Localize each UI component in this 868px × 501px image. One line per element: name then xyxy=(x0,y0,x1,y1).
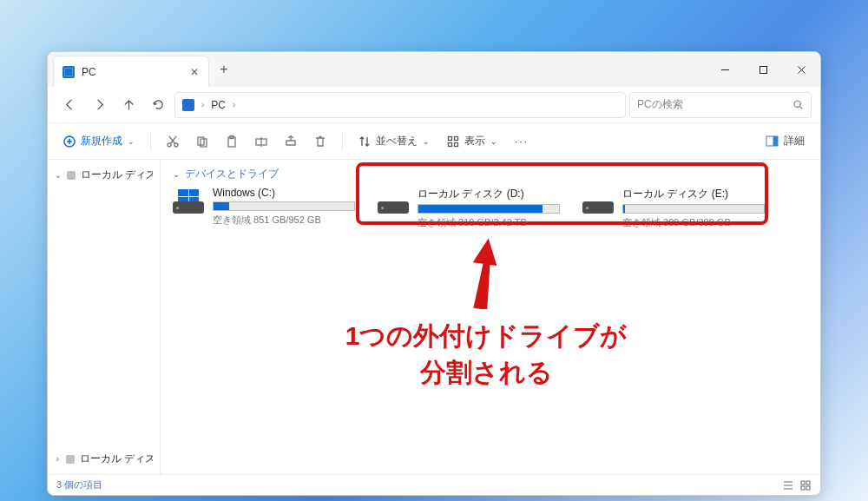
pc-icon xyxy=(182,99,194,111)
copy-button[interactable] xyxy=(189,129,215,155)
details-view-button[interactable] xyxy=(782,479,794,491)
usage-bar xyxy=(622,204,765,214)
more-button[interactable]: ··· xyxy=(508,132,536,151)
svg-rect-11 xyxy=(455,136,458,140)
sidebar-item-drive-c[interactable]: ⌄ ローカル ディスク (C:) xyxy=(51,165,156,185)
svg-rect-16 xyxy=(801,481,805,485)
svg-point-1 xyxy=(794,101,800,107)
drive-item-c[interactable]: Windows (C:) 空き領域 851 GB/952 GB xyxy=(173,187,355,229)
new-button[interactable]: 新規作成 ⌄ xyxy=(56,130,141,152)
close-button[interactable] xyxy=(782,52,820,87)
new-tab-button[interactable]: + xyxy=(209,52,239,87)
refresh-button[interactable] xyxy=(145,92,171,118)
rename-button[interactable] xyxy=(248,129,274,155)
minimize-button[interactable] xyxy=(706,52,744,87)
search-icon xyxy=(792,99,804,110)
window-controls xyxy=(706,52,820,87)
annotation-text: 1つの外付けドライブが 分割される xyxy=(295,318,677,391)
usage-bar xyxy=(418,204,560,214)
sidebar-item-drive-e[interactable]: › ローカル ディスク (E:) xyxy=(51,449,156,469)
svg-point-3 xyxy=(168,143,171,147)
drive-icon xyxy=(67,171,76,180)
breadcrumb-item[interactable]: PC xyxy=(211,99,226,111)
chevron-down-icon: ⌄ xyxy=(490,137,497,146)
statusbar: 3 個の項目 xyxy=(48,474,820,495)
svg-rect-0 xyxy=(760,66,766,73)
caret-down-icon: ⌄ xyxy=(173,169,180,179)
sort-button[interactable]: 並べ替え ⌄ xyxy=(352,130,437,152)
search-input[interactable]: PCの検索 xyxy=(629,92,812,118)
svg-rect-13 xyxy=(455,142,458,146)
navbar: › PC › PCの検索 xyxy=(48,87,820,123)
up-button[interactable] xyxy=(115,92,141,118)
icons-view-button[interactable] xyxy=(799,479,812,491)
details-pane-button[interactable]: 詳細 xyxy=(759,130,812,152)
drive-icon xyxy=(582,189,614,214)
svg-rect-18 xyxy=(801,486,805,490)
svg-rect-17 xyxy=(806,481,810,485)
sidebar: ⌄ ローカル ディスク (C:) › ローカル ディスク (E:) xyxy=(48,160,161,474)
item-count: 3 個の項目 xyxy=(56,478,102,491)
titlebar: PC ✕ + xyxy=(48,52,820,87)
tab-title: PC xyxy=(82,66,189,78)
body: ⌄ ローカル ディスク (C:) › ローカル ディスク (E:) ⌄ デバイス… xyxy=(48,160,820,474)
caret-down-icon: ⌄ xyxy=(55,170,62,180)
tab-close-button[interactable]: ✕ xyxy=(189,67,200,77)
view-button[interactable]: 表示 ⌄ xyxy=(440,130,504,152)
svg-point-4 xyxy=(174,143,178,147)
pc-icon xyxy=(62,66,75,78)
group-header[interactable]: ⌄ デバイスとドライブ xyxy=(173,167,808,181)
svg-rect-19 xyxy=(806,486,810,490)
chevron-down-icon: ⌄ xyxy=(128,137,135,146)
toolbar: 新規作成 ⌄ 並べ替え ⌄ 表示 ⌄ ··· 詳細 xyxy=(48,123,820,160)
delete-button[interactable] xyxy=(307,129,333,155)
back-button[interactable] xyxy=(56,92,82,118)
active-tab[interactable]: PC ✕ xyxy=(53,56,209,87)
search-placeholder: PCの検索 xyxy=(637,97,792,112)
cut-button[interactable] xyxy=(160,129,186,155)
breadcrumb[interactable]: › PC › xyxy=(174,92,626,118)
usage-bar xyxy=(213,201,355,211)
svg-rect-15 xyxy=(773,136,779,146)
windows-drive-icon xyxy=(173,189,204,214)
drive-grid: Windows (C:) 空き領域 851 GB/952 GB ローカル ディス… xyxy=(173,187,808,229)
chevron-right-icon: › xyxy=(233,100,235,109)
chevron-down-icon: ⌄ xyxy=(423,137,430,146)
main-area[interactable]: ⌄ デバイスとドライブ Windows (C:) 空き領域 851 GB/952… xyxy=(161,160,820,474)
svg-rect-12 xyxy=(449,142,452,146)
forward-button[interactable] xyxy=(86,92,112,118)
drive-icon xyxy=(378,189,409,214)
svg-rect-10 xyxy=(449,136,452,140)
drive-item-d[interactable]: ローカル ディスク (D:) 空き領域 310 GB/2.42 TB xyxy=(378,187,560,229)
maximize-button[interactable] xyxy=(744,52,782,87)
drive-icon xyxy=(66,455,75,464)
chevron-right-icon: › xyxy=(201,100,204,109)
share-button[interactable] xyxy=(278,129,304,155)
annotation-arrow xyxy=(466,238,501,309)
paste-button[interactable] xyxy=(219,129,245,155)
explorer-window: PC ✕ + › PC › PCの検索 新規作成 ⌄ xyxy=(47,51,821,496)
drive-item-e[interactable]: ローカル ディスク (E:) 空き領域 309 GB/309 GB xyxy=(582,187,765,229)
caret-right-icon: › xyxy=(55,454,61,464)
